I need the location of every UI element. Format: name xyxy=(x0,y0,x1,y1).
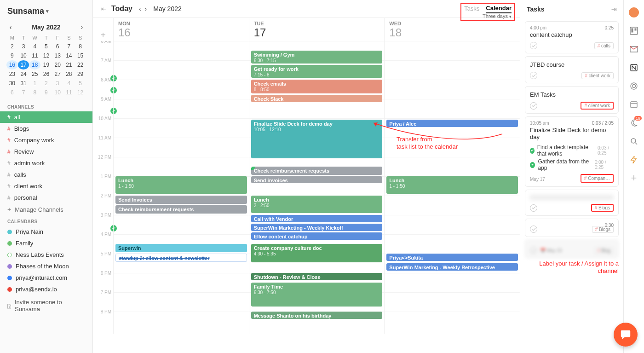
rail-moon-icon[interactable] xyxy=(629,118,639,128)
tab-calendar[interactable]: Calendar xyxy=(486,5,512,13)
task-tag[interactable]: # Blogs xyxy=(591,204,614,212)
mini-cal-day[interactable]: 30 xyxy=(6,79,18,88)
tab-tasks[interactable]: Tasks xyxy=(464,5,479,13)
mini-cal-prev[interactable]: ‹ xyxy=(7,23,14,31)
invite-link[interactable]: ⍰ Invite someone to Sunsama xyxy=(0,295,92,316)
rail-gmail-icon[interactable] xyxy=(629,44,639,54)
expand-panel-icon[interactable]: ⇥ xyxy=(611,6,617,13)
task-card[interactable]: 10:05 am0:03 / 2:05Finalize Slide Deck f… xyxy=(525,116,619,187)
task-card[interactable]: 4:00 pm0:25content catchup# calls xyxy=(525,21,619,53)
mini-cal-day[interactable]: 10 xyxy=(18,51,29,60)
mini-cal-day[interactable]: 6 xyxy=(52,42,63,51)
complete-circle[interactable] xyxy=(530,42,537,49)
complete-circle[interactable] xyxy=(530,72,537,79)
mini-cal-day[interactable]: 14 xyxy=(63,51,75,60)
mini-cal-day[interactable]: 27 xyxy=(52,69,63,79)
rail-bolt-icon[interactable] xyxy=(629,155,639,165)
task-card[interactable]: 📅 May 23# Blog xyxy=(525,240,619,258)
day-header[interactable]: WED18 xyxy=(384,18,520,41)
channel-item[interactable]: #personal xyxy=(0,192,92,203)
task-tag[interactable]: # client work xyxy=(581,102,614,110)
mini-cal-day[interactable]: 2 xyxy=(40,79,52,88)
mini-cal-day[interactable]: 2 xyxy=(6,42,18,51)
mini-cal-day[interactable]: 23 xyxy=(6,69,18,79)
next-day[interactable]: › xyxy=(145,5,147,12)
mini-cal-day[interactable]: 25 xyxy=(29,69,40,79)
rail-target-icon[interactable] xyxy=(629,81,639,91)
mini-cal-day[interactable]: 3 xyxy=(18,42,29,51)
task-card[interactable]: 0:30# Blogs xyxy=(525,219,619,237)
calendar-item[interactable]: Ness Labs Events xyxy=(0,249,92,260)
mini-cal-day[interactable]: 5 xyxy=(40,42,52,51)
calendar-event[interactable]: Family Time6:30 - 7:50 xyxy=(251,283,383,307)
day-header[interactable]: MON16 xyxy=(113,18,249,41)
mini-cal-day[interactable]: 9 xyxy=(6,51,18,60)
calendar-event[interactable]: Superwin xyxy=(115,244,247,252)
mini-cal-day[interactable]: 21 xyxy=(63,60,75,69)
mini-cal-day[interactable]: 18 xyxy=(29,60,40,69)
mini-cal-day[interactable]: 15 xyxy=(75,51,86,60)
calendar-item[interactable]: priya@inturact.com xyxy=(0,272,92,284)
rail-trello-icon[interactable] xyxy=(629,26,639,36)
mini-cal-grid[interactable]: MTWTFSS234567891011121314151617181920212… xyxy=(6,34,86,97)
channel-item[interactable]: #Company work xyxy=(0,134,92,146)
calendar-event[interactable]: Lunch1 - 1:50 xyxy=(386,176,518,194)
calendar-event[interactable]: Lunch2 - 2:50 xyxy=(251,196,383,213)
calendar-event[interactable]: Finalize Slide Deck for demo day10:05 - … xyxy=(251,120,383,158)
mini-cal-day[interactable]: 8 xyxy=(75,42,86,51)
rail-add-button[interactable]: + xyxy=(629,173,639,183)
complete-circle[interactable] xyxy=(530,102,537,110)
channel-item[interactable]: #Blogs xyxy=(0,123,92,134)
task-tag[interactable]: # client work xyxy=(581,72,614,79)
calendar-event[interactable]: Check reimbursement requests xyxy=(251,167,383,175)
manage-channels[interactable]: + Manage Channels xyxy=(0,203,92,215)
mini-cal-day[interactable]: 19 xyxy=(40,60,52,69)
channel-item[interactable]: #admin work xyxy=(0,157,92,169)
day-header[interactable]: TUE17 xyxy=(249,18,385,41)
mini-cal-day[interactable]: 29 xyxy=(75,69,86,79)
mini-cal-day[interactable]: 4 xyxy=(29,42,40,51)
channel-item[interactable]: #Review xyxy=(0,146,92,157)
calendar-event[interactable]: Ellow content catchup xyxy=(251,232,383,240)
rail-app-icon[interactable] xyxy=(629,7,639,17)
mini-cal-day[interactable]: 12 xyxy=(40,51,52,60)
mini-cal-day[interactable]: 9 xyxy=(40,88,52,97)
mini-cal-day[interactable]: 16 xyxy=(6,60,18,69)
day-column-tue[interactable]: Swimming / Gym6:30 - 7:15Get ready for w… xyxy=(249,41,385,334)
calendar-event[interactable]: standup 2: ellow content & newsletter xyxy=(115,254,247,262)
calendar-item[interactable]: priva@sendx.io xyxy=(0,284,92,295)
calendar-event[interactable]: Check emails8 - 8:50 xyxy=(251,80,383,93)
collapse-sidebar-icon[interactable]: ⇤ xyxy=(101,5,107,12)
task-tag[interactable]: # Compan… xyxy=(581,174,614,183)
mini-cal-day[interactable]: 24 xyxy=(18,69,29,79)
mini-cal-day[interactable]: 20 xyxy=(52,60,63,69)
intercom-launcher[interactable] xyxy=(614,323,638,347)
mini-cal-day[interactable]: 10 xyxy=(52,88,63,97)
channel-item[interactable]: #all xyxy=(0,111,92,123)
mini-cal-day[interactable]: 7 xyxy=(18,88,29,97)
view-range-dropdown[interactable]: Three days ▾ xyxy=(483,13,512,19)
task-card[interactable]: JTBD course# client work xyxy=(525,56,619,83)
add-task-button[interactable]: + xyxy=(93,18,113,41)
mini-cal-day[interactable]: 5 xyxy=(75,79,86,88)
day-column-wed[interactable]: Priya / AlecLunch1 - 1:50Priya<>SukitaSu… xyxy=(384,41,520,334)
complete-circle[interactable] xyxy=(530,247,537,254)
mini-cal-day[interactable]: 13 xyxy=(52,51,63,60)
calendar-event[interactable]: Check Slack xyxy=(251,95,383,102)
calendar-item[interactable]: Phases of the Moon xyxy=(0,260,92,272)
task-tag[interactable]: # calls xyxy=(594,42,614,49)
mini-cal-day[interactable]: 22 xyxy=(75,60,86,69)
mini-cal-day[interactable]: 17 xyxy=(18,60,29,69)
mini-cal-day[interactable]: 6 xyxy=(6,88,18,97)
mini-cal-day[interactable]: 3 xyxy=(52,79,63,88)
calendar-event[interactable]: Shutdown - Review & Close xyxy=(251,273,383,280)
mini-cal-next[interactable]: › xyxy=(79,23,85,31)
mini-cal-day[interactable]: 11 xyxy=(63,88,75,97)
channel-item[interactable]: #client work xyxy=(0,180,92,192)
channel-item[interactable]: #calls xyxy=(0,169,92,180)
mini-cal-day[interactable]: 12 xyxy=(75,88,86,97)
calendar-event[interactable]: Get ready for work7:15 - 8 xyxy=(251,65,383,78)
mini-cal-day[interactable]: 4 xyxy=(63,79,75,88)
complete-circle[interactable] xyxy=(530,204,537,212)
mini-cal-day[interactable]: 28 xyxy=(63,69,75,79)
